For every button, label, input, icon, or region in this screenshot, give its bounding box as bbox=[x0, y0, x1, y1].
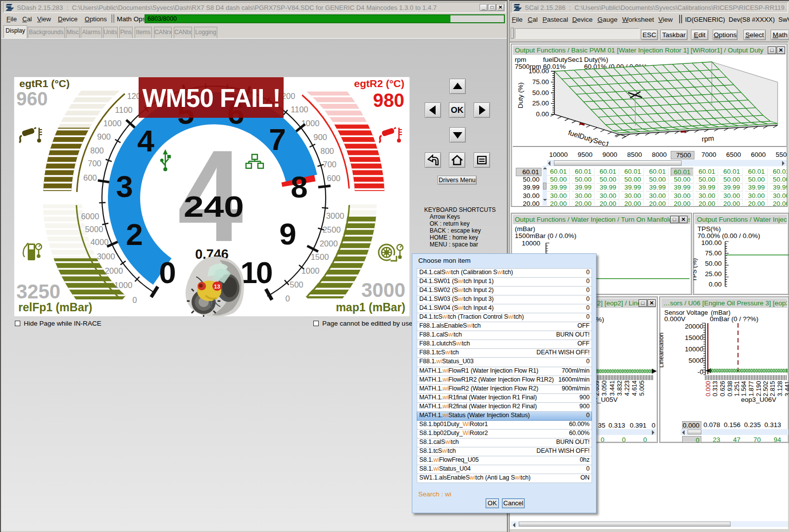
svg-text:5000: 5000 bbox=[689, 357, 703, 364]
svg-text:egtR1 (°C): egtR1 (°C) bbox=[19, 78, 70, 89]
svg-text:600: 600 bbox=[83, 173, 97, 182]
svg-text:25.00: 25.00 bbox=[705, 270, 722, 278]
svg-text:3250: 3250 bbox=[16, 281, 60, 302]
svg-text:0.626: 0.626 bbox=[719, 381, 726, 396]
svg-text:5.005: 5.005 bbox=[639, 381, 645, 396]
svg-text:100.00: 100.00 bbox=[529, 67, 549, 75]
svg-text:75.00: 75.00 bbox=[532, 78, 549, 86]
svg-text:2000: 2000 bbox=[105, 266, 123, 275]
svg-text:0.00: 0.00 bbox=[536, 110, 549, 118]
svg-text:0.313: 0.313 bbox=[712, 381, 719, 396]
svg-text:0: 0 bbox=[159, 255, 175, 290]
svg-text:7: 7 bbox=[269, 122, 285, 156]
svg-text:3.128: 3.128 bbox=[777, 381, 784, 396]
svg-text:4.223: 4.223 bbox=[624, 381, 631, 396]
svg-text:egtR2 (°C): egtR2 (°C) bbox=[354, 78, 404, 89]
svg-text:3000: 3000 bbox=[326, 211, 345, 220]
svg-text:4: 4 bbox=[137, 124, 154, 158]
svg-text:900: 900 bbox=[97, 132, 111, 141]
svg-text:900: 900 bbox=[313, 133, 327, 142]
svg-text:15000: 15000 bbox=[685, 334, 703, 341]
svg-text:1.877: 1.877 bbox=[748, 381, 755, 396]
svg-text:50.00: 50.00 bbox=[705, 260, 722, 267]
svg-text:6000: 6000 bbox=[81, 212, 99, 221]
svg-text:4000: 4000 bbox=[91, 238, 109, 246]
svg-text:500: 500 bbox=[290, 280, 303, 289]
svg-text:240: 240 bbox=[184, 190, 244, 223]
svg-text:9: 9 bbox=[279, 217, 296, 251]
svg-text:0.000: 0.000 bbox=[705, 381, 712, 396]
svg-text:2: 2 bbox=[126, 217, 142, 251]
svg-text:5000: 5000 bbox=[85, 225, 103, 234]
svg-text:2_U05V: 2_U05V bbox=[593, 396, 618, 403]
svg-text:2.815: 2.815 bbox=[769, 381, 776, 396]
svg-text:0.938: 0.938 bbox=[727, 381, 734, 396]
svg-text:2000: 2000 bbox=[320, 239, 338, 248]
svg-text:Duty (%): Duty (%) bbox=[517, 82, 524, 108]
svg-text:1000: 1000 bbox=[301, 266, 320, 275]
svg-text:-0: -0 bbox=[697, 368, 703, 376]
svg-text:eop3_U06V: eop3_U06V bbox=[741, 396, 776, 403]
svg-text:13: 13 bbox=[214, 284, 220, 290]
svg-text:1.564: 1.564 bbox=[740, 381, 747, 396]
svg-text:Linearisation: Linearisation bbox=[660, 333, 665, 368]
svg-text:50.00: 50.00 bbox=[532, 89, 549, 97]
svg-text:1500: 1500 bbox=[311, 252, 329, 261]
svg-text:0: 0 bbox=[132, 295, 137, 304]
svg-text:rpm: rpm bbox=[701, 134, 714, 143]
svg-text:relFp1 (mBar): relFp1 (mBar) bbox=[18, 301, 93, 314]
svg-text:1100: 1100 bbox=[115, 105, 132, 114]
svg-text:700: 700 bbox=[88, 159, 101, 168]
svg-text:1.251: 1.251 bbox=[734, 381, 740, 396]
svg-text:0: 0 bbox=[285, 294, 290, 303]
svg-text:fuelDutySec1: fuelDutySec1 bbox=[567, 129, 610, 149]
svg-text:1100: 1100 bbox=[291, 105, 308, 114]
svg-text:10: 10 bbox=[241, 255, 272, 290]
svg-text:1000: 1000 bbox=[114, 281, 133, 290]
svg-text:3: 3 bbox=[116, 169, 132, 203]
svg-text:2.502: 2.502 bbox=[762, 381, 769, 396]
svg-text:10000: 10000 bbox=[685, 345, 703, 353]
svg-text:3.832: 3.832 bbox=[616, 381, 623, 396]
svg-text:2.190: 2.190 bbox=[755, 381, 762, 396]
svg-text:75.00: 75.00 bbox=[705, 249, 722, 257]
svg-text:3.441: 3.441 bbox=[609, 381, 616, 396]
svg-text:2500: 2500 bbox=[323, 225, 341, 234]
svg-text:3000: 3000 bbox=[361, 279, 405, 301]
svg-text:20000: 20000 bbox=[685, 323, 703, 330]
svg-text:700: 700 bbox=[323, 160, 337, 169]
svg-text:600: 600 bbox=[327, 174, 341, 183]
svg-text:25.00: 25.00 bbox=[532, 99, 549, 107]
svg-text:960: 960 bbox=[16, 89, 48, 109]
svg-text:100.00: 100.00 bbox=[701, 239, 722, 246]
svg-text:1000: 1000 bbox=[103, 119, 122, 128]
svg-text:TPS (%): TPS (%) bbox=[693, 258, 698, 282]
svg-text:980: 980 bbox=[373, 90, 404, 111]
svg-text:8: 8 bbox=[291, 170, 307, 204]
svg-text:WM50 FAIL!: WM50 FAIL! bbox=[143, 84, 281, 112]
svg-text:3000: 3000 bbox=[97, 252, 115, 261]
svg-text:3.050: 3.050 bbox=[601, 381, 608, 396]
svg-text:0.00: 0.00 bbox=[709, 281, 722, 288]
svg-text:800: 800 bbox=[320, 146, 334, 155]
svg-text:800: 800 bbox=[90, 146, 104, 155]
svg-text:3.441: 3.441 bbox=[784, 381, 789, 396]
svg-text:4.614: 4.614 bbox=[631, 381, 638, 396]
svg-text:map1 (mBar): map1 (mBar) bbox=[336, 301, 405, 314]
